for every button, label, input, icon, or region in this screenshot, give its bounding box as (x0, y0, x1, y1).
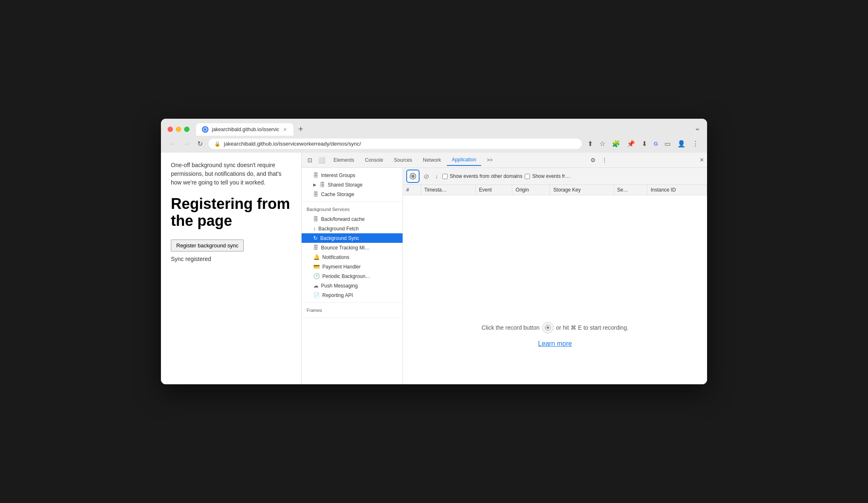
show-events-fr-text: Show events fr… (532, 173, 570, 179)
devtools-tabs: ⊡ ⬜ Elements Console Sources Network App… (302, 153, 707, 168)
reporting-api-label: Reporting API (322, 292, 353, 298)
new-tab-button[interactable]: + (295, 123, 307, 136)
record-button[interactable] (406, 170, 420, 183)
sidebar-item-payment-handler[interactable]: 💳 Payment Handler (302, 262, 403, 271)
sidebar-item-shared-storage[interactable]: ▶ 🗄 Shared Storage (302, 180, 403, 189)
tab-console[interactable]: Console (360, 155, 388, 165)
page-heading: Registering from the page (171, 195, 291, 230)
sidebar-item-push-messaging[interactable]: ☁ Push Messaging (302, 281, 403, 290)
devtools-close-button[interactable]: × (700, 156, 704, 164)
cache-icon: 🗄 (313, 216, 319, 222)
devtools-settings-icon[interactable]: ⚙ (588, 155, 598, 165)
tab-close-button[interactable]: × (283, 126, 288, 133)
bounce-tracking-label: Bounce Tracking Mi… (321, 245, 369, 251)
back-forward-label: Back/forward cache (321, 216, 364, 222)
sidebar-item-bg-sync[interactable]: ↻ Background Sync (302, 233, 403, 243)
page-description: One-off background sync doesn't require … (171, 161, 291, 187)
sync-status: Sync registered (171, 256, 291, 262)
col-origin: Origin (512, 185, 550, 195)
dt-sidebar: 🗄 Interest Groups ▶ 🗄 Shared Storage 🗄 C… (302, 168, 403, 384)
arrow-icon: ▶ (313, 182, 317, 187)
tab-chevron[interactable]: ⌄ (694, 123, 700, 136)
side-panel-icon[interactable]: ▭ (663, 138, 672, 149)
record-inline-dot (547, 326, 549, 329)
bg-sync-label: Background Sync (320, 235, 359, 241)
record-inline-icon (545, 325, 551, 331)
maximize-window-button[interactable] (184, 127, 189, 132)
empty-message-before: Click the record button (482, 324, 540, 331)
periodic-bg-label: Periodic Backgroun… (322, 273, 370, 279)
google-icon[interactable]: G (652, 139, 659, 149)
devtools-body: 🗄 Interest Groups ▶ 🗄 Shared Storage 🗄 C… (302, 168, 707, 384)
sidebar-item-reporting-api[interactable]: 📄 Reporting API (302, 290, 403, 300)
show-other-domains-text: Show events from other domains (450, 173, 522, 179)
shared-storage-label: Shared Storage (328, 182, 362, 188)
notifications-label: Notifications (322, 254, 349, 260)
sidebar-item-back-forward[interactable]: 🗄 Back/forward cache (302, 214, 403, 224)
show-other-domains-checkbox[interactable] (442, 174, 448, 179)
col-timestamp: Timestа… (421, 185, 475, 195)
profile-icon[interactable]: 👤 (676, 138, 687, 149)
traffic-lights (168, 127, 189, 132)
show-events-fr-checkbox[interactable] (525, 174, 530, 179)
devtools-container: One-off background sync doesn't require … (161, 153, 707, 384)
browser-window: jakearchibald.github.io/isservic × + ⌄ ←… (161, 119, 707, 384)
payment-icon: 💳 (313, 263, 320, 270)
learn-more-link[interactable]: Learn more (538, 340, 572, 347)
back-button[interactable]: ← (168, 139, 177, 149)
database-icon: 🗄 (313, 172, 319, 178)
storage-section: 🗄 Interest Groups ▶ 🗄 Shared Storage 🗄 C… (302, 168, 403, 202)
bookmark-icon[interactable]: ☆ (598, 138, 607, 149)
cloud-icon: ☁ (313, 283, 319, 289)
extensions-icon[interactable]: 🧩 (610, 138, 622, 149)
title-bar: jakearchibald.github.io/isservic × + ⌄ (161, 119, 707, 136)
sidebar-item-interest-groups[interactable]: 🗄 Interest Groups (302, 170, 403, 180)
sidebar-item-notifications[interactable]: 🔔 Notifications (302, 252, 403, 262)
address-bar: ← → ↻ 🔒 jakearchibald.github.io/isservic… (161, 136, 707, 153)
col-hash: # (403, 185, 421, 195)
tab-application[interactable]: Application (447, 154, 481, 166)
frames-header: Frames (302, 305, 403, 315)
sidebar-item-cache-storage[interactable]: 🗄 Cache Storage (302, 189, 403, 199)
sidebar-item-bg-fetch[interactable]: ↕ Background Fetch (302, 224, 403, 233)
refresh-button[interactable]: ↻ (196, 138, 204, 149)
clock-icon: 🕐 (313, 273, 320, 279)
record-inline-button (542, 322, 554, 333)
interest-groups-label: Interest Groups (321, 172, 355, 178)
share-icon[interactable]: ⬆ (586, 138, 595, 149)
forward-button[interactable]: → (182, 139, 192, 149)
empty-message-after: or hit ⌘ E to start recording. (556, 324, 628, 331)
show-other-domains-checkbox-label[interactable]: Show events from other domains (442, 173, 522, 179)
bg-services-section: Background Services 🗄 Back/forward cache… (302, 202, 403, 303)
tab-sources[interactable]: Sources (389, 155, 417, 165)
device-toolbar-icon[interactable]: ⬜ (316, 155, 328, 165)
browser-toolbar-icons: ⬆ ☆ 🧩 📌 ⬇ G ▭ 👤 ⋮ (586, 138, 700, 149)
col-se: Se… (614, 185, 647, 195)
tab-more[interactable]: >> (482, 155, 498, 165)
doc-icon: 📄 (313, 292, 320, 298)
register-sync-button[interactable]: Register background sync (171, 240, 244, 252)
tab-elements[interactable]: Elements (328, 155, 359, 165)
show-events-fr-checkbox-label[interactable]: Show events fr… (525, 173, 570, 179)
download-events-button[interactable]: ↓ (433, 171, 440, 182)
browser-tab-active[interactable]: jakearchibald.github.io/isservic × (196, 123, 293, 136)
events-table-container: # Timestа… Event Origin Storage Key Se… … (403, 185, 707, 285)
tab-network[interactable]: Network (418, 155, 446, 165)
sidebar-item-periodic-bg[interactable]: 🕐 Periodic Backgroun… (302, 271, 403, 281)
sidebar-item-bounce-tracking[interactable]: 🗄 Bounce Tracking Mi… (302, 243, 403, 252)
database-icon-3: 🗄 (313, 191, 319, 197)
menu-icon[interactable]: ⋮ (691, 138, 700, 149)
clear-button[interactable]: ⊘ (422, 171, 431, 182)
download-icon[interactable]: ⬇ (640, 138, 649, 149)
highlight-icon[interactable]: 📌 (625, 138, 637, 149)
minimize-window-button[interactable] (176, 127, 181, 132)
push-messaging-label: Push Messaging (321, 283, 358, 289)
address-field[interactable]: 🔒 jakearchibald.github.io/isserviceworke… (209, 139, 582, 149)
events-table: # Timestа… Event Origin Storage Key Se… … (403, 185, 707, 195)
bell-icon: 🔔 (313, 254, 320, 260)
close-window-button[interactable] (168, 127, 173, 132)
inspect-element-icon[interactable]: ⊡ (305, 155, 315, 165)
devtools-more-icon[interactable]: ⋮ (599, 155, 610, 165)
sync-icon: ↻ (313, 235, 318, 241)
col-instance-id: Instance ID (647, 185, 707, 195)
